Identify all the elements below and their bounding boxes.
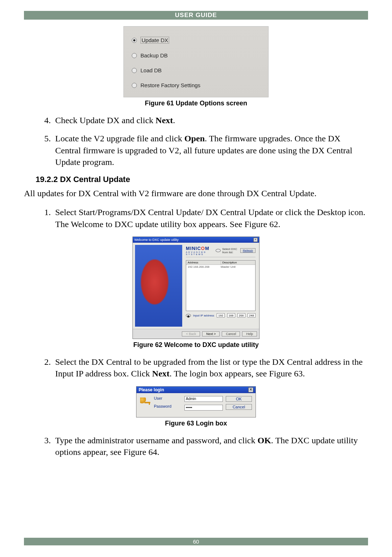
dxc-update-utility-window: Welcome to DXC update utility × MINICOM … [132, 237, 260, 339]
radio-icon[interactable] [132, 68, 137, 73]
brand-logo: MINICOM [186, 246, 216, 251]
ip-octet-3[interactable] [237, 313, 245, 318]
password-field[interactable] [184, 405, 223, 411]
option-label: Update DX [140, 37, 169, 44]
step-text: . [173, 116, 175, 125]
figure-61-caption: Figure 61 Update Options screen [24, 100, 368, 107]
window-titlebar: Please login × [136, 387, 256, 393]
col-description: Description [221, 261, 256, 265]
option-backup-db[interactable]: Backup DB [132, 52, 260, 58]
list-header: Address Description [186, 261, 255, 265]
select-from-list-row[interactable]: Select DXC from list: [216, 247, 240, 254]
window-titlebar: Welcome to DXC update utility × [133, 237, 259, 243]
input-ip-row[interactable]: Input IP address . . . [186, 313, 256, 318]
step-b2: Select the DX Central to be upgraded fro… [55, 356, 368, 380]
dot: . [225, 314, 226, 317]
section-heading: 19.2.2 DX Central Update [36, 175, 368, 184]
update-options-panel: Update DX Backup DB Load DB Restore Fact… [123, 26, 269, 97]
dxc-list[interactable]: Address Description 192.168.200.208 Mast… [186, 260, 256, 311]
login-dialog: Please login × User Password OK Cancel [136, 386, 256, 417]
option-restore-factory[interactable]: Restore Factory Settings [132, 82, 260, 88]
ip-octet-1[interactable] [217, 313, 225, 318]
user-label: User [154, 396, 181, 400]
step-4: Check Update DX and click Next. [55, 114, 368, 126]
col-address: Address [186, 261, 221, 265]
section-intro: All updates for DX Central with V2 firmw… [24, 188, 368, 199]
cell-description: Master Unit [221, 265, 254, 269]
list-item[interactable]: 192.168.200.208 Master Unit [186, 265, 255, 269]
radio-icon[interactable] [216, 249, 221, 252]
dot: . [246, 314, 247, 317]
back-button[interactable]: < Back [182, 331, 200, 336]
help-button[interactable]: Help [242, 331, 257, 336]
wizard-sidebar-image [135, 245, 182, 327]
step-text: Type the administrator username and pass… [55, 436, 257, 445]
step-text: . The login box appears, see Figure 63. [170, 369, 305, 378]
radio-icon[interactable] [132, 53, 137, 58]
option-label: Load DB [140, 67, 162, 73]
ip-octet-2[interactable] [227, 313, 235, 318]
step-bold: OK [257, 436, 271, 445]
select-label: Select DXC from list: [222, 247, 240, 254]
step-b3: Type the administrator username and pass… [55, 435, 368, 458]
close-icon[interactable]: × [248, 387, 253, 392]
refresh-button[interactable]: Refresh [240, 248, 256, 253]
ok-button[interactable]: OK [226, 396, 252, 402]
option-load-db[interactable]: Load DB [132, 67, 260, 73]
close-icon[interactable]: × [253, 238, 258, 242]
ip-label: Input IP address [193, 314, 214, 317]
figure-62-caption: Figure 62 Welcome to DXC update utility [24, 341, 368, 349]
user-field[interactable] [184, 396, 223, 402]
radio-icon[interactable] [186, 314, 191, 317]
wizard-button-bar: < Back Next > Cancel Help [133, 329, 259, 339]
radio-icon[interactable] [132, 38, 137, 43]
step-text: Locate the V2 upgrade file and click [55, 134, 184, 143]
step-5: Locate the V2 upgrade file and click Ope… [55, 133, 368, 168]
dot: . [236, 314, 237, 317]
option-label: Backup DB [140, 52, 168, 58]
step-b1: Select Start/Programs/DX Central Update/… [55, 206, 368, 230]
option-update-dx[interactable]: Update DX [132, 37, 260, 44]
steps-list-b: Select Start/Programs/DX Central Update/… [24, 206, 368, 230]
step-text: Check Update DX and click [55, 116, 156, 125]
step-text: Select Start/Programs/DX Central Update/… [55, 207, 365, 229]
steps-list-a: Check Update DX and click Next. Locate t… [24, 114, 368, 168]
step-bold: Next [152, 369, 170, 378]
radio-icon[interactable] [132, 83, 137, 88]
window-title: Welcome to DXC update utility [134, 238, 179, 242]
option-label: Restore Factory Settings [140, 82, 200, 88]
steps-list-b2: Select the DX Central to be upgraded fro… [24, 356, 368, 380]
ip-octet-4[interactable] [248, 313, 256, 318]
cell-address: 192.168.200.208 [188, 265, 221, 269]
cancel-button[interactable]: Cancel [222, 331, 240, 336]
header-bar: USER GUIDE [24, 11, 368, 20]
password-label: Password [154, 404, 181, 408]
steps-list-b3: Type the administrator username and pass… [24, 435, 368, 458]
step-bold: Next [156, 116, 173, 125]
figure-63-caption: Figure 63 Login box [24, 420, 368, 427]
footer-bar: 60 [24, 538, 368, 545]
cancel-button[interactable]: Cancel [226, 404, 252, 410]
next-button[interactable]: Next > [202, 331, 220, 336]
window-title: Please login [139, 387, 164, 392]
brand-subtitle: ADVANCED SYSTEMS [186, 251, 216, 255]
key-icon [140, 397, 151, 408]
step-bold: Open [184, 134, 205, 143]
